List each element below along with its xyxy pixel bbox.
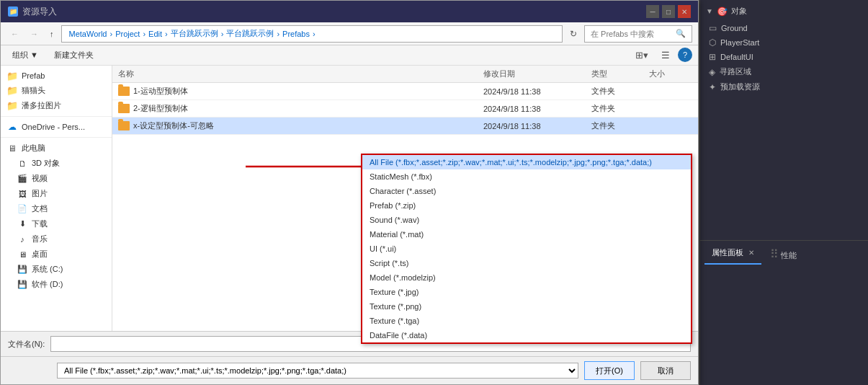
dropdown-item-12[interactable]: DataFile (*.data) xyxy=(362,328,691,342)
refresh-button[interactable]: ↻ xyxy=(565,27,581,41)
address-part-4[interactable]: 平台跳跃示例 xyxy=(171,28,218,39)
sidebar-label-thispc: 此电脑 xyxy=(22,143,45,154)
column-name[interactable]: 名称 xyxy=(118,68,483,79)
file-item-3[interactable]: x-设定型预制体-可忽略 2024/9/18 11:38 文件夹 xyxy=(112,118,698,135)
column-size[interactable]: 大小 xyxy=(649,68,692,79)
help-button[interactable]: ? xyxy=(678,48,692,62)
sidebar-item-documents[interactable]: 📄 文档 xyxy=(1,201,112,216)
sidebar-item-pictures[interactable]: 🖼 图片 xyxy=(1,186,112,201)
dropdown-item-5[interactable]: Material (*.mat) xyxy=(362,227,691,242)
objects-icon: 🎯 xyxy=(717,6,728,17)
sidebar-item-cathead[interactable]: 📁 猫猫头 xyxy=(1,83,112,98)
dropdown-item-11[interactable]: Texture (*.tga) xyxy=(362,314,691,328)
minimize-button[interactable]: ─ xyxy=(646,5,659,18)
file-date-1: 2024/9/18 11:38 xyxy=(483,87,591,96)
sidebar-item-onedrive[interactable]: ☁ OneDrive - Pers... xyxy=(1,120,112,134)
object-defaultui-label: DefaultUI xyxy=(720,53,753,61)
sidebar-item-desktop[interactable]: 🖥 桌面 xyxy=(1,247,112,262)
dropdown-item-7[interactable]: Script (*.ts) xyxy=(362,256,691,270)
organize-button[interactable]: 组织 ▼ xyxy=(6,48,44,62)
folder-icon-item3 xyxy=(118,121,130,130)
dropdown-item-1[interactable]: StaticMesh (*.fbx) xyxy=(362,169,691,184)
object-playerstart[interactable]: ⬡ PlayerStart xyxy=(706,35,862,50)
address-part-2[interactable]: Project xyxy=(115,30,140,38)
sidebar-item-video[interactable]: 🎬 视频 xyxy=(1,171,112,186)
desktop-icon: 🖥 xyxy=(17,249,28,260)
object-navarea[interactable]: ◈ 寻路区域 xyxy=(706,64,862,79)
file-item-2[interactable]: 2-逻辑型预制体 2024/9/18 11:38 文件夹 xyxy=(112,100,698,118)
tab-performance[interactable]: ⠿ 性能 xyxy=(763,245,804,265)
dropdown-item-10[interactable]: Texture (*.png) xyxy=(362,299,691,314)
drive-d-icon: 💾 xyxy=(17,280,28,290)
column-type[interactable]: 类型 xyxy=(591,68,649,79)
address-bar[interactable]: MetaWorld › Project › Edit › 平台跳跃示例 › 平台… xyxy=(61,25,563,43)
search-input[interactable] xyxy=(591,30,673,38)
panel-tabs: 属性面板 ✕ ⠿ 性能 xyxy=(704,245,864,265)
search-box[interactable]: 🔍 xyxy=(584,25,692,43)
dialog-title: 资源导入 xyxy=(22,6,57,18)
object-preload[interactable]: ✦ 预加载资源 xyxy=(706,79,862,94)
tab-performance-label: 性能 xyxy=(781,251,797,260)
cancel-button[interactable]: 取消 xyxy=(640,361,691,380)
object-preload-label: 预加载资源 xyxy=(720,81,760,92)
documents-icon: 📄 xyxy=(17,204,28,214)
objects-panel: ▼ 🎯 对象 ▭ Ground ⬡ PlayerStart ⊞ DefaultU… xyxy=(700,0,868,241)
folder-icon-2: 📁 xyxy=(6,86,18,96)
sidebar-item-ddrive[interactable]: 💾 软件 (D:) xyxy=(1,277,112,292)
sidebar-label-ddrive: 软件 (D:) xyxy=(32,279,63,290)
dropdown-item-8[interactable]: Model (*.modelzip) xyxy=(362,270,691,285)
new-folder-button[interactable]: 新建文件夹 xyxy=(48,48,99,62)
sidebar-item-music[interactable]: ♪ 音乐 xyxy=(1,231,112,247)
downloads-icon: ⬇ xyxy=(17,219,28,229)
sidebar-divider-1 xyxy=(1,116,112,118)
open-button[interactable]: 打开(O) xyxy=(584,361,635,380)
action-bar: All File (*.fbx;*.asset;*.zip;*.wav;*.ma… xyxy=(1,356,698,384)
sidebar-label-downloads: 下载 xyxy=(32,218,48,229)
file-type-2: 文件夹 xyxy=(591,103,649,114)
filename-label: 文件名(N): xyxy=(8,339,45,350)
video-icon: 🎬 xyxy=(17,174,28,184)
object-ground[interactable]: ▭ Ground xyxy=(706,21,862,35)
objects-header: ▼ 🎯 对象 xyxy=(706,6,862,17)
ground-icon: ▭ xyxy=(709,23,717,33)
address-part-3[interactable]: Edit xyxy=(148,30,162,38)
title-bar: 📁 资源导入 ─ □ ✕ xyxy=(1,1,698,22)
sidebar-item-prefab[interactable]: 📁 Prefab xyxy=(1,68,112,83)
dropdown-item-0[interactable]: All File (*.fbx;*.asset;*.zip;*.wav;*.ma… xyxy=(362,155,691,169)
sidebar-label-prefab: Prefab xyxy=(22,71,45,80)
address-part-5[interactable]: 平台跳跃示例 xyxy=(226,28,274,39)
filetype-select[interactable]: All File (*.fbx;*.asset;*.zip;*.wav;*.ma… xyxy=(57,363,578,379)
view-toggle-button[interactable]: ⊞▾ xyxy=(630,48,653,63)
file-type-1: 文件夹 xyxy=(591,86,649,97)
column-modified[interactable]: 修改日期 xyxy=(483,68,591,79)
details-view-button[interactable]: ☰ xyxy=(656,48,675,63)
tab-close-icon[interactable]: ✕ xyxy=(748,249,754,257)
object-defaultui[interactable]: ⊞ DefaultUI xyxy=(706,50,862,64)
secondary-toolbar: 组织 ▼ 新建文件夹 ⊞▾ ☰ ? xyxy=(1,45,698,66)
up-button[interactable]: ↑ xyxy=(45,27,58,40)
folder-icon-item2 xyxy=(118,104,130,113)
dropdown-item-3[interactable]: Prefab (*.zip) xyxy=(362,198,691,213)
file-item-1[interactable]: 1-运动型预制体 2024/9/18 11:38 文件夹 xyxy=(112,83,698,100)
address-toolbar: ← → ↑ MetaWorld › Project › Edit › 平台跳跃示… xyxy=(1,22,698,45)
dropdown-item-6[interactable]: UI (*.ui) xyxy=(362,242,691,256)
dropdown-item-4[interactable]: Sound (*.wav) xyxy=(362,213,691,227)
dropdown-item-2[interactable]: Character (*.asset) xyxy=(362,184,691,198)
forward-button[interactable]: → xyxy=(26,27,42,40)
tab-properties[interactable]: 属性面板 ✕ xyxy=(704,245,761,265)
defaultui-icon: ⊞ xyxy=(709,52,716,62)
back-button[interactable]: ← xyxy=(6,27,23,40)
dropdown-item-9[interactable]: Texture (*.jpg) xyxy=(362,285,691,299)
sidebar-item-cdrive[interactable]: 💾 系统 (C:) xyxy=(1,262,112,277)
maximize-button[interactable]: □ xyxy=(662,5,675,18)
sidebar-item-3dobjects[interactable]: 🗋 3D 对象 xyxy=(1,156,112,171)
file-name-2: 2-逻辑型预制体 xyxy=(133,103,188,114)
address-part-6[interactable]: Prefabs xyxy=(282,30,310,38)
folder-icon: 📁 xyxy=(6,71,18,81)
object-ground-label: Ground xyxy=(721,24,748,32)
sidebar-item-downloads[interactable]: ⬇ 下载 xyxy=(1,216,112,231)
sidebar-item-thispc[interactable]: 🖥 此电脑 xyxy=(1,141,112,156)
sidebar-item-pandora[interactable]: 📁 潘多拉图片 xyxy=(1,98,112,113)
address-part-1[interactable]: MetaWorld xyxy=(69,30,107,38)
close-button[interactable]: ✕ xyxy=(678,5,691,18)
